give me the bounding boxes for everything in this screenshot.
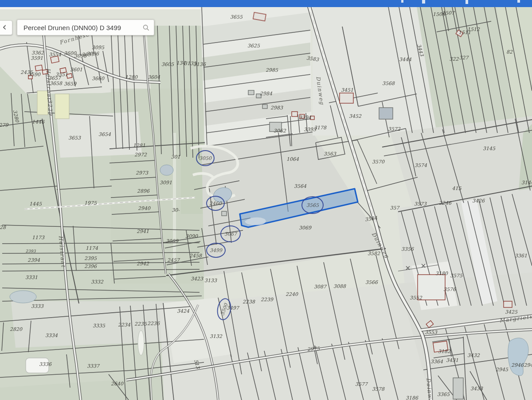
topbar-fragment-icon	[422, 0, 425, 4]
search-box[interactable]	[17, 19, 154, 35]
map-field-fills	[0, 7, 532, 400]
map-drawing	[0, 7, 532, 400]
topbar-fragment-icon	[401, 0, 403, 3]
search-input[interactable]	[23, 23, 143, 32]
kadaster-map-app: { "header": { "bar_color": "#2e6fd0" }, …	[0, 0, 532, 400]
map-canvas[interactable]: 3362359124353590355435513600360130983097…	[0, 7, 532, 400]
back-button[interactable]: ‹	[0, 20, 12, 35]
topbar-fragment-icon	[517, 0, 520, 3]
top-bar	[0, 0, 532, 7]
back-chevron-icon: ‹	[2, 21, 7, 33]
search-icon[interactable]	[143, 24, 149, 31]
topbar-fragment-icon	[466, 0, 468, 4]
